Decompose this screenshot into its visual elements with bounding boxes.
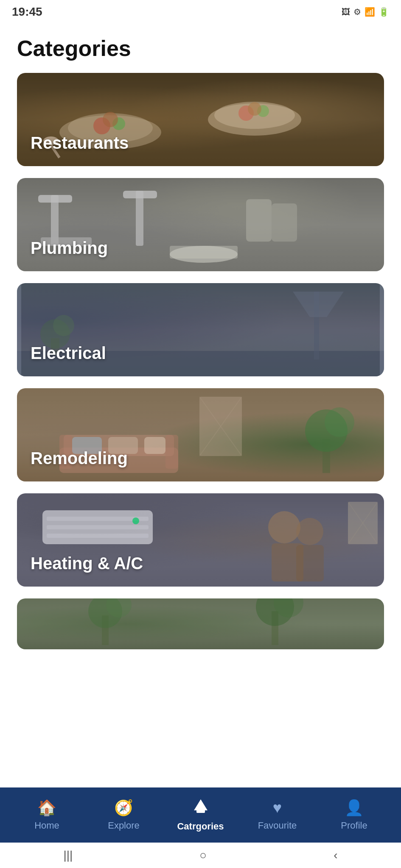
svg-rect-15 [136,191,143,246]
svg-point-26 [53,315,74,336]
photo-icon: 🖼 [342,7,350,17]
categories-container: Restaurants Plumbing [0,66,401,717]
svg-rect-17 [246,199,272,242]
svg-point-4 [103,112,118,127]
svg-point-47 [268,511,300,543]
svg-rect-44 [47,525,149,529]
battery-icon: 🔋 [379,7,389,17]
category-label-heating: Heating & A/C [31,554,143,573]
nav-item-profile[interactable]: 👤 Profile [316,799,393,831]
partial-illustration [17,598,384,649]
system-nav-back[interactable]: ‹ [334,849,337,862]
system-nav: ||| ○ ‹ [0,843,401,868]
bottom-nav: 🏠 Home 🧭 Explore Catrgories ♥ Favourite … [0,787,401,843]
nav-item-categories[interactable]: Catrgories [162,798,239,832]
favourite-label: Favourite [258,820,297,831]
explore-icon: 🧭 [114,799,133,817]
category-card-electrical[interactable]: Electrical [17,283,384,376]
category-label-electrical: Electrical [31,344,106,363]
category-label-restaurants: Restaurants [31,134,129,153]
svg-rect-61 [196,807,205,813]
signal-icon: 📶 [365,7,375,17]
home-icon: 🏠 [37,799,56,817]
page-title: Categories [0,24,401,66]
nav-item-home[interactable]: 🏠 Home [8,799,85,831]
svg-rect-45 [47,534,149,538]
profile-label: Profile [341,820,367,831]
favourite-icon: ♥ [273,799,282,817]
home-label: Home [34,820,59,831]
category-card-restaurants[interactable]: Restaurants [17,73,384,166]
settings-icon: ⚙ [353,7,361,17]
svg-point-48 [296,518,323,545]
nav-item-favourite[interactable]: ♥ Favourite [239,799,316,831]
category-label-plumbing: Plumbing [31,239,108,258]
profile-icon: 👤 [345,799,364,817]
svg-rect-16 [123,191,157,198]
status-icons: 🖼 ⚙ 📶 🔋 [342,7,389,17]
svg-rect-32 [165,435,178,469]
svg-rect-50 [296,545,324,581]
system-nav-home[interactable]: ○ [199,849,207,862]
explore-label: Explore [108,820,140,831]
svg-point-38 [325,407,354,437]
category-card-partial[interactable] [17,598,384,649]
status-bar: 19:45 🖼 ⚙ 📶 🔋 [0,0,401,24]
svg-marker-23 [293,292,344,317]
category-card-plumbing[interactable]: Plumbing [17,178,384,271]
category-label-remodeling: Remodeling [31,449,128,468]
status-time: 19:45 [12,5,42,19]
svg-rect-20 [170,246,238,259]
svg-rect-13 [38,195,72,203]
category-card-remodeling[interactable]: Remodeling [17,388,384,481]
svg-rect-18 [272,203,297,242]
categories-label: Catrgories [177,821,224,832]
svg-point-46 [132,517,139,524]
categories-icon [193,798,208,818]
category-card-heating[interactable]: Heating & A/C [17,493,384,587]
nav-item-explore[interactable]: 🧭 Explore [85,799,162,831]
svg-point-9 [248,102,261,116]
system-nav-recents[interactable]: ||| [63,849,73,862]
svg-rect-35 [144,437,165,454]
